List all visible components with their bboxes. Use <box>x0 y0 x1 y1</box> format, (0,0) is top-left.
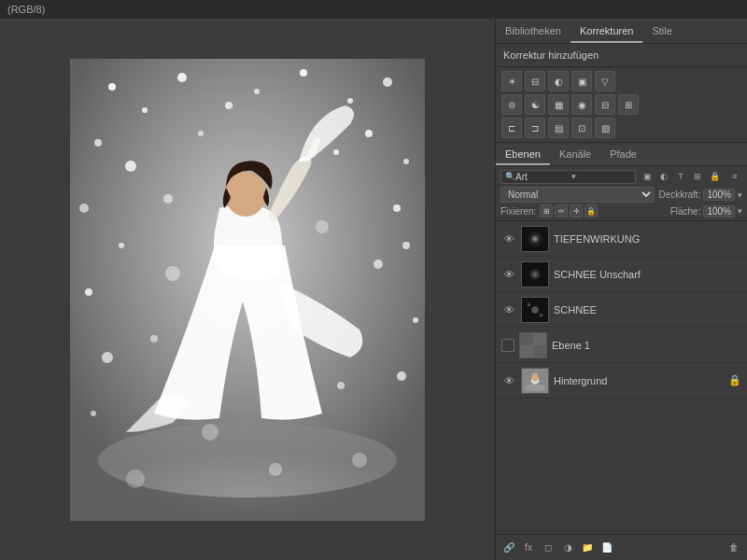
tab-kanaele[interactable]: Kanäle <box>550 145 600 165</box>
search-input[interactable] <box>515 172 571 182</box>
corr-gradient-icon[interactable]: ▽ <box>595 71 615 91</box>
corr-channel-icon[interactable]: ⊟ <box>595 94 615 115</box>
layer-item[interactable]: 👁 Hintergrund 🔒 <box>496 363 747 399</box>
corr-bw-icon[interactable]: ▦ <box>548 94 569 115</box>
layer-thumbnail <box>521 261 549 287</box>
filter-smart-icon[interactable]: 🔒 <box>707 169 722 184</box>
corrections-header: Korrektur hinzufügen <box>496 44 747 67</box>
tab-ebenen[interactable]: Ebenen <box>496 145 550 165</box>
svg-point-7 <box>300 69 307 77</box>
svg-point-4 <box>142 107 148 113</box>
opacity-arrow-icon[interactable]: ▾ <box>738 190 742 200</box>
fix-icons: ⊞ ✏ ✛ 🔒 <box>540 204 598 217</box>
svg-rect-48 <box>520 332 533 344</box>
layer-visibility-icon[interactable]: 👁 <box>501 267 516 282</box>
svg-point-19 <box>85 288 92 296</box>
fix-row: Fixieren: ⊞ ✏ ✛ 🔒 Fläche: 100% ▾ <box>500 204 742 217</box>
corr-colorlookup-icon[interactable]: ⊞ <box>618 94 639 115</box>
fix-lock-icon[interactable]: 🔒 <box>585 204 598 217</box>
new-group-icon[interactable]: 📁 <box>579 539 596 556</box>
flaeche-row: Fläche: 100% ▾ <box>670 205 742 217</box>
opacity-label: Deckkraft: <box>658 189 700 200</box>
layer-name: TIEFENWIRKUNG <box>554 233 741 245</box>
layer-item[interactable]: 👁 TIEFENWIRKUNG <box>496 221 747 257</box>
svg-point-14 <box>403 159 409 164</box>
fix-brush-icon[interactable]: ✏ <box>555 204 568 217</box>
flaeche-value[interactable]: 100% <box>703 205 735 217</box>
tab-pfade[interactable]: Pfade <box>600 145 646 165</box>
svg-point-21 <box>150 335 158 343</box>
corr-posterize-icon[interactable]: ⊐ <box>525 118 545 138</box>
svg-point-13 <box>365 130 373 137</box>
layer-visibility-icon[interactable]: 👁 <box>501 302 516 317</box>
svg-point-10 <box>94 139 102 147</box>
search-row: 🔍 ▾ ▣ ◐ T ⊞ 🔒 ≡ <box>500 169 742 184</box>
layer-checkbox[interactable] <box>501 339 514 352</box>
flaeche-arrow-icon[interactable]: ▾ <box>738 206 742 216</box>
svg-point-12 <box>198 131 204 136</box>
corr-curves-icon[interactable]: ◐ <box>548 71 569 91</box>
right-panel: Bibliotheken Korrekturen Stile Korrektur… <box>495 19 747 560</box>
panel-menu-icon[interactable]: ≡ <box>727 169 742 184</box>
corr-brightness-icon[interactable]: ☀ <box>501 71 522 91</box>
svg-point-45 <box>528 302 531 306</box>
corrections-title: Korrektur hinzufügen <box>503 49 599 61</box>
corr-balance-icon[interactable]: ☯ <box>525 94 545 115</box>
layers-tabs: Ebenen Kanäle Pfade <box>496 145 747 166</box>
layers-bottom: 🔗 fx ◻ ◑ 📁 📄 🗑 <box>496 534 747 560</box>
tab-stile[interactable]: Stile <box>642 21 681 43</box>
new-adjustment-icon[interactable]: ◑ <box>559 539 576 556</box>
layer-item[interactable]: 👁 SCHNEE <box>496 292 747 328</box>
layer-visibility-icon[interactable]: 👁 <box>501 231 516 246</box>
layer-name: SCHNEE <box>554 304 741 315</box>
svg-point-24 <box>225 102 233 109</box>
search-box[interactable]: 🔍 ▾ <box>500 170 636 184</box>
svg-point-16 <box>393 204 401 212</box>
filter-adjust-icon[interactable]: ◐ <box>656 169 671 184</box>
layer-visibility-icon[interactable]: 👁 <box>501 373 516 388</box>
opacity-value[interactable]: 100% <box>703 189 735 201</box>
svg-point-34 <box>126 469 145 488</box>
fix-position-icon[interactable]: ⊞ <box>540 204 553 217</box>
svg-point-20 <box>413 317 418 323</box>
corr-selectcolor-icon[interactable]: ⊡ <box>571 118 592 138</box>
corr-exposure-icon[interactable]: ▣ <box>571 71 592 91</box>
svg-point-23 <box>91 411 96 416</box>
link-layers-icon[interactable]: 🔗 <box>500 539 517 556</box>
fix-move-icon[interactable]: ✛ <box>570 204 583 217</box>
filter-shape-icon[interactable]: ⊞ <box>690 169 705 184</box>
corr-levels-icon[interactable]: ⊟ <box>525 71 545 91</box>
svg-point-27 <box>402 242 410 249</box>
add-mask-icon[interactable]: ◻ <box>540 539 557 556</box>
svg-rect-49 <box>533 345 546 357</box>
tab-bibliotheken[interactable]: Bibliotheken <box>496 21 571 43</box>
corr-vibrance-icon[interactable]: ▧ <box>595 118 615 138</box>
corr-photo-icon[interactable]: ◉ <box>571 94 592 115</box>
filter-type-icon[interactable]: T <box>673 169 688 184</box>
canvas-image <box>70 59 425 521</box>
svg-point-5 <box>177 73 187 82</box>
corrections-row2: ⊜ ☯ ▦ ◉ ⊟ ⊞ <box>501 94 741 115</box>
layer-item[interactable]: 👁 SCHNEE Unscharf <box>496 257 747 292</box>
tab-korrekturen[interactable]: Korrekturen <box>571 21 642 43</box>
layer-thumbnail <box>521 368 549 394</box>
fix-label: Fixieren: <box>500 206 536 217</box>
filter-pixel-icon[interactable]: ▣ <box>640 169 655 184</box>
corr-threshold-icon[interactable]: ▤ <box>548 118 569 138</box>
blend-mode-select[interactable]: Normal Multiplizieren Abwedeln <box>500 187 655 203</box>
add-style-icon[interactable]: fx <box>520 539 537 556</box>
svg-point-35 <box>352 453 367 468</box>
delete-layer-icon[interactable]: 🗑 <box>726 539 742 556</box>
new-layer-icon[interactable]: 📄 <box>599 539 615 556</box>
corr-invert-icon[interactable]: ⊏ <box>501 118 522 138</box>
svg-point-15 <box>79 203 89 213</box>
svg-point-6 <box>254 89 260 94</box>
svg-point-31 <box>316 220 329 233</box>
canvas-svg <box>70 59 425 521</box>
layer-item[interactable]: Ebene 1 <box>496 328 747 363</box>
layer-thumbnail <box>521 297 549 323</box>
corr-hsl-icon[interactable]: ⊜ <box>501 94 522 115</box>
svg-point-11 <box>125 161 136 172</box>
search-dropdown-icon[interactable]: ▾ <box>571 172 576 181</box>
svg-point-44 <box>531 306 538 313</box>
